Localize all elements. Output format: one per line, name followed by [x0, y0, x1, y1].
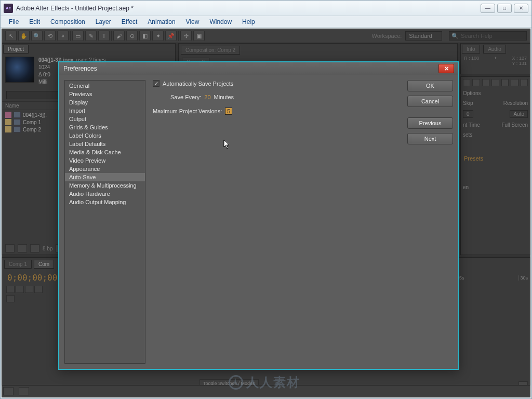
- new-comp-icon[interactable]: [30, 244, 39, 252]
- prev-frame-icon[interactable]: [472, 79, 480, 86]
- time-ruler[interactable]: 25s 30s: [455, 275, 528, 281]
- audio-toggle-icon[interactable]: [16, 286, 24, 293]
- save-every-input[interactable]: 20: [204, 94, 210, 100]
- last-frame-icon[interactable]: [501, 79, 509, 86]
- hand-tool-icon[interactable]: ✋: [18, 31, 30, 41]
- eye-icon[interactable]: [6, 295, 15, 302]
- stamp-tool-icon[interactable]: ⊙: [126, 31, 138, 41]
- next-button[interactable]: Next: [407, 133, 453, 144]
- ruler-tick: 30s: [518, 275, 528, 281]
- mode-tool-icon[interactable]: ▣: [193, 31, 205, 41]
- menu-effect[interactable]: Effect: [117, 17, 141, 26]
- label-swatch: [5, 112, 11, 118]
- dialog-close-button[interactable]: ✕: [438, 64, 454, 73]
- prefs-category-audio-output-mapping[interactable]: Audio Output Mapping: [65, 198, 145, 206]
- full-screen-checkbox-label[interactable]: Full Screen: [501, 122, 528, 128]
- project-row-label: Comp 2: [23, 127, 41, 132]
- rect-tool-icon[interactable]: ▭: [72, 31, 84, 41]
- max-versions-input[interactable]: 5: [225, 108, 232, 115]
- timeline-tab-comp1[interactable]: Comp 1: [4, 260, 32, 269]
- mute-icon[interactable]: [511, 79, 518, 86]
- prefs-category-label-defaults[interactable]: Label Defaults: [65, 140, 145, 148]
- resolution-label: Resolution: [503, 100, 528, 106]
- prefs-category-general[interactable]: General: [65, 82, 145, 90]
- menu-window[interactable]: Window: [205, 17, 236, 26]
- solo-toggle-icon[interactable]: [25, 286, 33, 293]
- menu-animation[interactable]: Animation: [143, 17, 179, 26]
- status-icon[interactable]: [3, 387, 14, 395]
- project-tab[interactable]: Project: [3, 45, 29, 54]
- project-row-label: 004([1-3]).: [23, 112, 47, 118]
- prefs-category-appearance[interactable]: Appearance: [65, 165, 145, 173]
- menu-composition[interactable]: Composition: [46, 17, 89, 26]
- prefs-category-media-disk-cache[interactable]: Media & Disk Cache: [65, 148, 145, 156]
- presets-truncated: sets: [463, 132, 472, 138]
- menu-layer[interactable]: Layer: [91, 17, 115, 26]
- selection-tool-icon[interactable]: ↖: [5, 31, 17, 41]
- project-col-name[interactable]: Name: [5, 103, 19, 109]
- save-every-label: Save Every:: [170, 94, 201, 100]
- toolbar: ↖ ✋ 🔍 ⟲ ⌖ ▭ ✎ T 🖌 ⊙ ◧ ✦ 📌 ✢ ▣ Workspace:…: [2, 29, 530, 43]
- roto-tool-icon[interactable]: ✦: [152, 31, 164, 41]
- prefs-category-auto-save[interactable]: Auto-Save: [65, 173, 145, 181]
- skip-dropdown[interactable]: 0: [463, 110, 473, 118]
- close-window-button[interactable]: ✕: [514, 4, 528, 13]
- prefs-category-grids-guides[interactable]: Grids & Guides: [65, 123, 145, 131]
- eraser-tool-icon[interactable]: ◧: [139, 31, 151, 41]
- search-placeholder: Search Help: [461, 33, 493, 39]
- zoom-tool-icon[interactable]: 🔍: [31, 31, 43, 41]
- bit-depth-button[interactable]: 8 bp: [43, 246, 52, 251]
- menu-view[interactable]: View: [182, 17, 204, 26]
- menu-help[interactable]: Help: [238, 17, 259, 26]
- axis-tool-icon[interactable]: ✢: [180, 31, 192, 41]
- mouse-cursor-icon: [223, 139, 231, 150]
- workspace-dropdown[interactable]: Standard: [405, 31, 442, 41]
- timeline-tab-comp2[interactable]: Com: [34, 260, 54, 269]
- new-folder-icon[interactable]: [18, 244, 27, 252]
- comp-icon: [14, 119, 21, 125]
- video-toggle-icon[interactable]: [6, 286, 15, 293]
- status-icon[interactable]: [19, 387, 29, 395]
- rotate-tool-icon[interactable]: ⟲: [44, 31, 56, 41]
- brush-tool-icon[interactable]: 🖌: [113, 31, 125, 41]
- prefs-category-display[interactable]: Display: [65, 98, 145, 107]
- previous-button[interactable]: Previous: [407, 117, 453, 129]
- prefs-category-import[interactable]: Import: [65, 107, 145, 115]
- prefs-category-memory-multiprocessing[interactable]: Memory & Multiprocessing: [65, 181, 145, 190]
- next-frame-icon[interactable]: [491, 79, 499, 86]
- titlebar: Ae Adobe After Effects - Untitled Projec…: [1, 1, 531, 16]
- dialog-titlebar[interactable]: Preferences ✕: [59, 62, 458, 75]
- resolution-dropdown[interactable]: Auto: [510, 110, 528, 118]
- menu-edit[interactable]: Edit: [25, 17, 44, 26]
- help-search-input[interactable]: 🔍 Search Help: [449, 31, 527, 41]
- skip-label: Skip: [463, 100, 473, 106]
- menu-file[interactable]: File: [5, 17, 23, 26]
- current-time-checkbox-label[interactable]: nt Time: [463, 122, 480, 128]
- pen-tool-icon[interactable]: ✎: [85, 31, 97, 41]
- prefs-category-label-colors[interactable]: Label Colors: [65, 131, 145, 140]
- info-tab[interactable]: Info: [462, 45, 480, 54]
- interpret-footage-icon[interactable]: [5, 244, 15, 252]
- prefs-category-output[interactable]: Output: [65, 115, 145, 123]
- first-frame-icon[interactable]: [463, 79, 470, 86]
- prefs-category-video-preview[interactable]: Video Preview: [65, 156, 145, 165]
- footage-thumbnail[interactable]: [5, 57, 34, 83]
- autosave-checkbox[interactable]: ✓: [153, 80, 159, 87]
- pin-tool-icon[interactable]: 📌: [165, 31, 177, 41]
- minimize-button[interactable]: —: [481, 4, 495, 13]
- prefs-category-audio-hardware[interactable]: Audio Hardware: [65, 190, 145, 198]
- play-icon[interactable]: [482, 79, 489, 86]
- composition-tab[interactable]: Composition: Comp 2: [181, 46, 240, 55]
- info-y-value: Y : 131: [512, 61, 527, 66]
- audio-tab[interactable]: Audio: [483, 45, 506, 54]
- camera-tool-icon[interactable]: ⌖: [57, 31, 69, 41]
- text-tool-icon[interactable]: T: [98, 31, 110, 41]
- maximize-button[interactable]: □: [497, 4, 512, 13]
- ok-button[interactable]: OK: [407, 80, 453, 91]
- prefs-category-previews[interactable]: Previews: [65, 90, 145, 98]
- lock-toggle-icon[interactable]: [34, 286, 43, 293]
- label-swatch: [5, 126, 11, 132]
- cancel-button[interactable]: Cancel: [407, 96, 453, 107]
- workspace-label: Workspace:: [371, 33, 402, 39]
- loop-icon[interactable]: [521, 79, 528, 86]
